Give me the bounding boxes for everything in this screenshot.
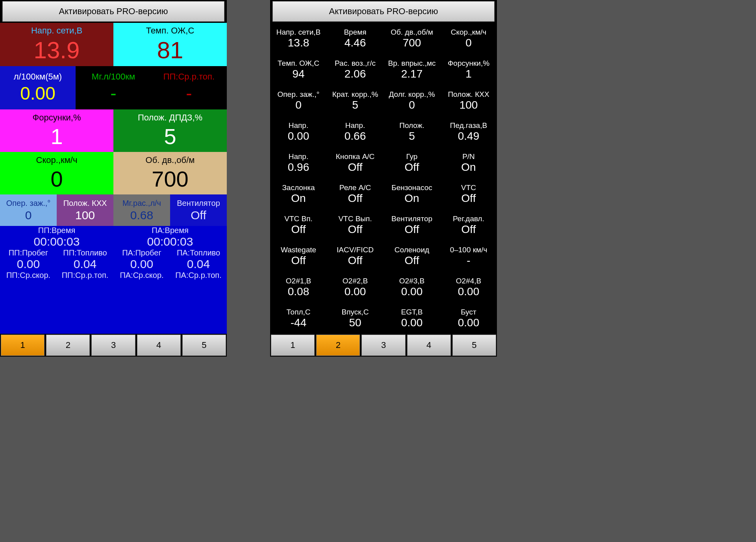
pro-button[interactable]: Активировать PRO-версию [272,1,495,22]
param-cell[interactable]: Пед.газа,В0.49 [440,116,497,147]
param-label: Полож. КХХ [448,90,489,99]
param-label: Пед.газа,В [450,121,487,130]
param-label: О2#1,В [286,277,311,285]
param-cell[interactable]: IACV/FICDOff [327,240,384,272]
param-label: Рас. воз.,г/с [335,59,376,68]
tile-pp-srrtop[interactable]: ПП:Ср.р.топ.- [151,66,227,109]
tile-voltage[interactable]: Напр. сети,В13.9 [0,23,113,66]
param-label: Напр. сети,В [276,28,321,37]
param-cell[interactable]: VTCOff [440,178,497,209]
param-value: 100 [460,99,478,111]
param-value: 94 [292,68,304,80]
param-cell[interactable]: VTC Вып.Off [327,209,384,240]
tab-1[interactable]: 1 [1,335,44,356]
param-value: Off [348,254,363,267]
tab-3[interactable]: 3 [91,335,135,356]
param-cell[interactable]: Опер. заж.,°0 [270,85,327,116]
param-value: 1 [465,68,472,80]
param-cell[interactable]: Время4.46 [327,23,384,54]
param-label: Об. дв.,об/м [391,28,433,37]
param-label: Впуск,С [341,308,369,316]
param-label: Напр. [345,121,365,130]
param-label: О2#4,В [456,277,481,285]
param-cell[interactable]: Вр. впрыс.,мс2.17 [384,54,440,85]
param-cell[interactable]: VTC Вп.Off [270,209,327,240]
param-label: О2#2,В [343,277,368,285]
param-cell[interactable]: БензонасосOn [384,178,440,209]
param-cell[interactable]: Рег.давл.Off [440,209,497,240]
param-cell[interactable]: Топл,С-44 [270,303,327,334]
param-cell[interactable]: О2#3,В0.00 [384,272,440,303]
dashboard-tiles: Напр. сети,В13.9 Темп. ОЖ,С81 л/100км(5м… [0,23,227,334]
param-value: Off [291,223,306,236]
param-cell[interactable]: ГурOff [384,147,440,178]
param-value: Off [461,192,476,205]
param-value: On [291,192,306,205]
param-label: Форсунки,% [448,59,489,68]
param-label: Топл,С [286,308,310,316]
param-cell[interactable]: ВентиляторOff [384,209,440,240]
screenshot-gap [227,0,270,357]
pro-button[interactable]: Активировать PRO-версию [2,1,224,22]
param-cell[interactable]: Темп. ОЖ,С94 [270,54,327,85]
param-cell[interactable]: P/NOn [440,147,497,178]
param-cell[interactable]: Форсунки,%1 [440,54,497,85]
param-label: Вентилятор [391,215,432,223]
tab-2[interactable]: 2 [46,335,90,356]
param-cell[interactable]: Кнопка А/СOff [327,147,384,178]
param-value: 0.00 [345,285,366,298]
tile-fan[interactable]: ВентиляторOff [170,194,227,226]
param-cell[interactable]: Скор.,км/ч0 [440,23,497,54]
tile-coolant-temp[interactable]: Темп. ОЖ,С81 [113,23,227,66]
param-cell[interactable]: Впуск,С50 [327,303,384,334]
tab-2[interactable]: 2 [316,335,360,356]
tile-injectors[interactable]: Форсунки,%1 [0,109,113,152]
param-value: Off [348,223,363,236]
param-label: Напр. [289,152,308,161]
tab-5[interactable]: 5 [182,335,226,356]
param-cell[interactable]: Напр. сети,В13.8 [270,23,327,54]
tile-speed[interactable]: Скор.,км/ч0 [0,152,113,194]
param-cell[interactable]: WastegateOff [270,240,327,272]
param-cell[interactable]: О2#4,В0.00 [440,272,497,303]
tile-l100km[interactable]: л/100км(5м)0.00 [0,66,76,109]
tab-1[interactable]: 1 [271,335,315,356]
param-value: 5 [352,99,358,111]
param-value: Off [348,192,363,205]
param-cell[interactable]: ЗаслонкаOn [270,178,327,209]
param-cell[interactable]: О2#2,В0.00 [327,272,384,303]
param-cell[interactable]: Долг. корр.,%0 [384,85,440,116]
tab-4[interactable]: 4 [407,335,451,356]
param-value: Off [405,254,419,267]
param-label: VTC [461,183,476,192]
param-cell[interactable]: Крат. корр.,%5 [327,85,384,116]
param-cell[interactable]: Об. дв.,об/м700 [384,23,440,54]
tile-ignition-adv[interactable]: Опер. заж.,°0 [0,194,57,226]
param-cell[interactable]: Рас. воз.,г/с2.06 [327,54,384,85]
param-cell[interactable]: Напр.0.00 [270,116,327,147]
tile-rpm[interactable]: Об. дв.,об/м700 [113,152,227,194]
tab-5[interactable]: 5 [452,335,496,356]
trip-panel[interactable]: ПП:ВремяПА:Время 00:00:0300:00:03 ПП:Про… [0,226,227,334]
param-cell[interactable]: О2#1,В0.08 [270,272,327,303]
param-cell[interactable]: Буст0.00 [440,303,497,334]
param-cell[interactable]: Полож. КХХ100 [440,85,497,116]
param-label: Время [344,28,366,37]
tile-throttle-pos[interactable]: Полож. ДПДЗ,%5 [113,109,227,152]
param-cell[interactable]: Полож.5 [384,116,440,147]
tile-mgl100km[interactable]: Мг.л/100км- [76,66,151,109]
tab-4[interactable]: 4 [137,335,181,356]
param-cell[interactable]: СоленоидOff [384,240,440,272]
param-cell[interactable]: Напр.0.66 [327,116,384,147]
param-value: 700 [403,37,421,49]
param-cell[interactable]: Реле А/СOff [327,178,384,209]
param-cell[interactable]: EGT,В0.00 [384,303,440,334]
tile-kxx[interactable]: Полож. КХХ100 [57,194,113,226]
phone-screen-1: Активировать PRO-версию Напр. сети,В13.9… [0,0,227,357]
param-cell[interactable]: Напр.0.96 [270,147,327,178]
tab-3[interactable]: 3 [361,335,405,356]
param-label: VTC Вп. [284,215,313,223]
param-label: Соленоид [395,246,429,254]
tile-fuel-rate[interactable]: Мг.рас.,л/ч0.68 [113,194,170,226]
param-cell[interactable]: 0–100 км/ч- [440,240,497,272]
